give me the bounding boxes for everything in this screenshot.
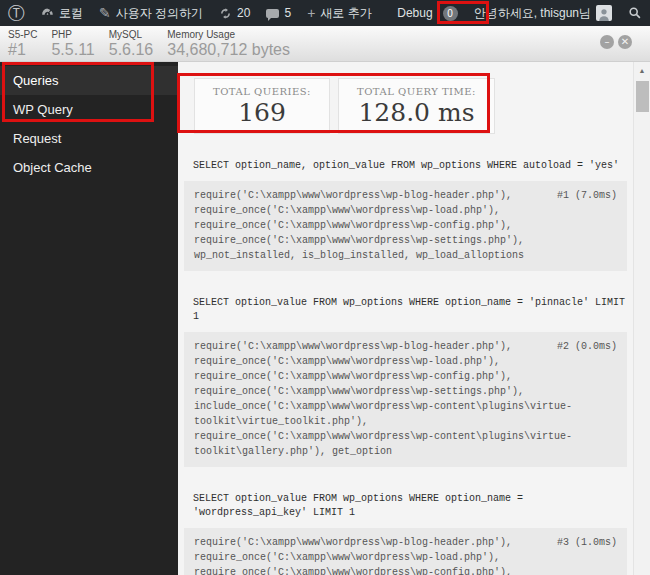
customize-menu[interactable]: ✎ 사용자 정의하기 [91, 0, 211, 26]
site-name-menu[interactable]: 로컬 [33, 0, 91, 26]
env-stat-value: 34,680,712 bytes [167, 41, 290, 58]
query-number-timing: #2 (0.0ms) [557, 339, 617, 354]
comment-bubble-icon [266, 9, 279, 18]
query-trace: #1 (7.0ms)require('C:\xampp\www\wordpres… [184, 181, 627, 271]
query-sql: SELECT option_value FROM wp_options WHER… [184, 492, 627, 520]
search-menu[interactable] [620, 0, 650, 26]
query-sql: SELECT option_value FROM wp_options WHER… [184, 296, 627, 324]
env-stat: Memory Usage34,680,712 bytes [167, 29, 290, 58]
query-list: SELECT option_name, option_value FROM wp… [184, 159, 627, 575]
total-query-time-box: TOTAL QUERY TIME: 128.0 ms [338, 78, 495, 134]
total-queries-label: TOTAL QUERIES: [213, 86, 311, 97]
query-trace: #3 (1.0ms)require('C:\xampp\www\wordpres… [184, 528, 627, 575]
env-stat: PHP5.5.11 [51, 29, 94, 58]
query-section: SELECT option_value FROM wp_options WHER… [184, 296, 627, 467]
debug-bar-sidebar: QueriesWP QueryRequestObject Cache [0, 62, 178, 575]
query-sql: SELECT option_name, option_value FROM wp… [184, 159, 627, 173]
scrollbar-thumb[interactable] [636, 81, 649, 112]
trace-line: require_once('C:\xampp\www\wordpress\wp-… [194, 369, 617, 384]
pencil-icon: ✎ [99, 6, 111, 20]
debug-count: 0 [443, 6, 458, 21]
sidebar-item-object-cache[interactable]: Object Cache [0, 153, 178, 182]
query-trace: #2 (0.0ms)require('C:\xampp\www\wordpres… [184, 332, 627, 467]
trace-line: require_once('C:\xampp\www\wordpress\wp-… [194, 354, 617, 369]
env-stats: S5-PC#1PHP5.5.11MySQL5.6.16Memory Usage3… [8, 29, 304, 58]
trace-line: toolkit\virtue_toolkit.php'), [194, 414, 617, 429]
sidebar-item-request[interactable]: Request [0, 124, 178, 153]
wp-logo-menu[interactable]: Ⓣ [0, 0, 33, 26]
env-stat-label: Memory Usage [167, 29, 290, 41]
total-queries-value: 169 [213, 98, 311, 127]
trace-line: require_once('C:\xampp\www\wordpress\wp-… [194, 550, 617, 565]
sidebar-item-queries[interactable]: Queries [0, 66, 178, 95]
query-number-timing: #3 (1.0ms) [557, 535, 617, 550]
env-stat-label: MySQL [109, 29, 153, 41]
debug-bar-header: S5-PC#1PHP5.5.11MySQL5.6.16Memory Usage3… [0, 26, 650, 62]
new-content-label: 새로 추가 [320, 5, 371, 22]
total-queries-box: TOTAL QUERIES: 169 [194, 78, 330, 134]
updates-count: 20 [237, 6, 250, 20]
debug-count-bubble: 0 [441, 0, 466, 26]
plus-icon: + [307, 6, 315, 20]
env-stat-label: S5-PC [8, 29, 37, 41]
query-section: SELECT option_name, option_value FROM wp… [184, 159, 627, 271]
query-section: SELECT option_value FROM wp_options WHER… [184, 492, 627, 575]
close-button[interactable]: ✕ [618, 35, 632, 49]
env-stat-label: PHP [51, 29, 94, 41]
dashboard-gauge-icon [41, 7, 54, 20]
trace-line: toolkit\gallery.php'), get_option [194, 444, 617, 459]
sidebar-item-wp-query[interactable]: WP Query [0, 95, 178, 124]
comments-count: 5 [284, 6, 291, 20]
site-name-label: 로컬 [59, 5, 83, 22]
queries-panel: TOTAL QUERIES: 169 TOTAL QUERY TIME: 128… [178, 62, 633, 575]
env-stat-value: #1 [8, 41, 37, 58]
env-stat-value: 5.5.11 [51, 41, 94, 58]
trace-line: include_once('C:\xampp\www\wordpress\wp-… [194, 399, 617, 414]
new-content-menu[interactable]: + 새로 추가 [299, 0, 380, 26]
my-account-menu[interactable]: 안녕하세요, thisgun님 [466, 0, 620, 26]
trace-line: require_once('C:\xampp\www\wordpress\wp-… [194, 233, 617, 248]
wordpress-logo-icon: Ⓣ [8, 5, 25, 22]
trace-line: wp_not_installed, is_blog_installed, wp_… [194, 248, 617, 263]
comments-menu[interactable]: 5 [258, 0, 299, 26]
totals-row: TOTAL QUERIES: 169 TOTAL QUERY TIME: 128… [194, 78, 627, 134]
trace-line: require_once('C:\xampp\www\wordpress\wp-… [194, 218, 617, 233]
updates-refresh-icon [219, 7, 232, 20]
trace-line: require_once('C:\xampp\www\wordpress\wp-… [194, 565, 617, 575]
env-stat: MySQL5.6.16 [109, 29, 153, 58]
wp-admin-bar: Ⓣ 로컬 ✎ 사용자 정의하기 20 5 + 새로 추가 Debug 0 안녕하… [0, 0, 650, 26]
trace-line: #3 (1.0ms)require('C:\xampp\www\wordpres… [194, 535, 617, 550]
query-number-timing: #1 (7.0ms) [557, 188, 617, 203]
env-stat: S5-PC#1 [8, 29, 37, 58]
customize-label: 사용자 정의하기 [116, 5, 203, 22]
search-icon [628, 6, 642, 20]
debug-label: Debug [397, 6, 432, 20]
trace-line: require_once('C:\xampp\www\wordpress\wp-… [194, 384, 617, 399]
scroll-up-arrow-icon[interactable]: ▲ [634, 62, 650, 79]
total-query-time-label: TOTAL QUERY TIME: [357, 86, 476, 97]
env-stat-value: 5.6.16 [109, 41, 153, 58]
trace-line: #1 (7.0ms)require('C:\xampp\www\wordpres… [194, 188, 617, 203]
vertical-scrollbar[interactable]: ▲ [633, 62, 650, 575]
howdy-label: 안녕하세요, thisgun님 [474, 5, 591, 22]
debug-menu[interactable]: Debug [389, 0, 440, 26]
total-query-time-value: 128.0 ms [357, 98, 476, 127]
avatar [596, 5, 612, 21]
minimize-button[interactable]: – [600, 35, 614, 49]
updates-menu[interactable]: 20 [211, 0, 258, 26]
trace-line: require_once('C:\xampp\www\wordpress\wp-… [194, 203, 617, 218]
trace-line: require_once('C:\xampp\www\wordpress\wp-… [194, 429, 617, 444]
trace-line: #2 (0.0ms)require('C:\xampp\www\wordpres… [194, 339, 617, 354]
